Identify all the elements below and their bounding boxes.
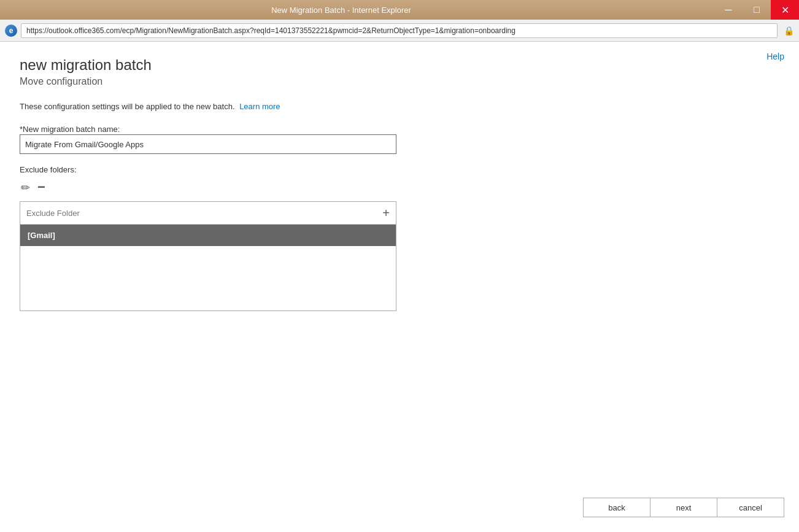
page-title: new migration batch xyxy=(20,56,779,74)
ie-logo-icon: e xyxy=(5,25,17,37)
remove-icon-button[interactable]: − xyxy=(36,179,47,196)
exclude-folder-input[interactable] xyxy=(24,204,376,222)
address-input[interactable] xyxy=(21,23,778,38)
title-bar: New Migration Batch - Internet Explorer … xyxy=(0,0,799,20)
batch-name-label: *New migration batch name: xyxy=(20,125,120,134)
exclude-folders-label: Exclude folders: xyxy=(20,165,779,174)
edit-icon-button[interactable]: ✏ xyxy=(20,180,31,196)
edit-icon: ✏ xyxy=(21,181,30,195)
remove-icon: − xyxy=(37,180,45,194)
exclude-folder-box: + [Gmail] xyxy=(20,201,396,311)
window-title: New Migration Batch - Internet Explorer xyxy=(17,6,665,15)
learn-more-link[interactable]: Learn more xyxy=(239,102,280,111)
add-folder-button[interactable]: + xyxy=(380,207,392,219)
restore-button[interactable]: □ xyxy=(743,0,771,20)
batch-name-input[interactable] xyxy=(20,134,396,154)
folder-item-gmail[interactable]: [Gmail] xyxy=(20,225,396,246)
next-button[interactable]: next xyxy=(650,498,717,517)
address-bar: e 🔒 xyxy=(0,20,799,42)
page-subtitle: Move configuration xyxy=(20,76,779,87)
close-button[interactable]: ✕ xyxy=(771,0,799,20)
cancel-button[interactable]: cancel xyxy=(717,498,784,517)
folder-list: [Gmail] xyxy=(20,225,396,310)
main-content: Help new migration batch Move configurat… xyxy=(0,42,799,532)
back-button[interactable]: back xyxy=(583,498,650,517)
exclude-input-row: + xyxy=(20,202,396,225)
help-link[interactable]: Help xyxy=(766,52,784,61)
minimize-button[interactable]: ─ xyxy=(714,0,743,20)
toolbar-icons: ✏ − xyxy=(20,179,779,196)
description-text: These configuration settings will be app… xyxy=(20,102,779,111)
window-controls[interactable]: ─ □ ✕ xyxy=(714,0,799,20)
bottom-buttons: back next cancel xyxy=(583,498,784,517)
lock-icon: 🔒 xyxy=(784,26,794,36)
